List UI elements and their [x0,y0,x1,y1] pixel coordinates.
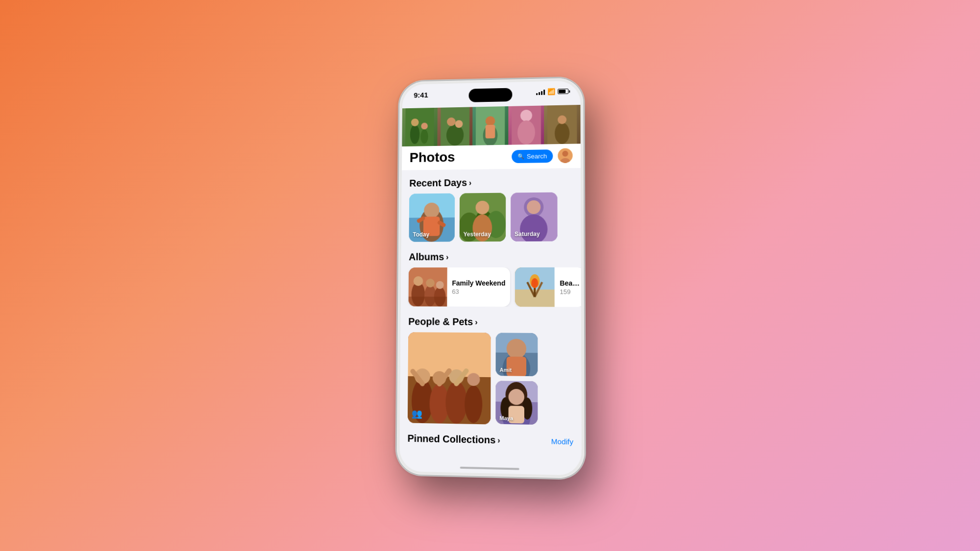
header-title-row: Photos 🔍 Search [402,144,581,170]
photo-strip-item-4[interactable] [508,105,544,144]
recent-days-scroll[interactable]: Today [401,192,581,242]
modify-button[interactable]: Modify [551,437,573,446]
phone-wrapper: 9:41 📶 [396,77,585,479]
people-card-amit[interactable]: Amit [496,333,538,376]
people-header[interactable]: People & Pets › [401,316,581,333]
recent-days-chevron: › [469,178,471,187]
people-title: People & Pets [408,316,473,328]
recent-days-section: Recent Days › [401,168,581,246]
wifi-icon: 📶 [547,88,555,95]
search-icon: 🔍 [517,153,524,159]
pinned-title: Pinned Collections [408,432,496,446]
pinned-chevron: › [497,435,500,444]
album-name-beach: Bea… [560,279,579,287]
photo-strip-item-5[interactable] [544,105,581,144]
header-actions: 🔍 Search [512,148,573,164]
album-count-family: 63 [452,287,505,295]
albums-chevron: › [446,252,448,261]
person-name-maya: Maya [499,415,513,421]
people-section: People & Pets › [400,310,581,430]
phone-screen: 9:41 📶 [399,80,581,475]
day-card-saturday[interactable]: Saturday [511,192,558,241]
day-card-today[interactable]: Today [409,193,455,241]
photo-strip-item-1[interactable] [402,107,437,146]
profile-avatar[interactable] [558,148,572,163]
status-time: 9:41 [414,91,428,99]
people-side-cards: Amit [495,333,538,425]
svg-rect-47 [409,296,447,306]
header-photos: Photos 🔍 Search [402,105,581,170]
pinned-section: Pinned Collections › Modify [400,427,582,450]
search-label: Search [527,152,547,159]
dynamic-island [469,88,513,102]
photo-strip-item-3[interactable] [472,106,508,145]
albums-scroll[interactable]: Family Weekend 63 [401,267,581,307]
people-grid: 👥 [400,332,581,426]
group-icon: 👥 [412,408,422,419]
album-info-family: Family Weekend 63 [447,267,510,306]
album-count-beach: 159 [560,287,579,295]
albums-title: Albums [409,251,444,263]
battery-icon [558,88,568,94]
day-card-yesterday[interactable]: Yesterday [460,192,506,241]
albums-section: Albums › [401,245,581,311]
recent-days-title: Recent Days [409,177,467,189]
pinned-title-row[interactable]: Pinned Collections › [408,432,500,446]
people-card-maya[interactable]: Maya [495,381,538,425]
people-chevron: › [475,317,477,326]
home-indicator [460,466,519,470]
recent-days-header[interactable]: Recent Days › [402,176,581,194]
scroll-content[interactable]: Recent Days › [400,168,582,450]
album-card-beach[interactable]: Bea… 159 [515,267,581,307]
photo-strip-item-2[interactable] [437,107,473,145]
people-main-card[interactable]: 👥 [408,332,491,424]
svg-rect-12 [486,124,495,138]
header-title: Photos [410,149,455,166]
phone-body: 9:41 📶 [396,77,585,479]
signal-bars [536,89,545,95]
photos-grid-strip [402,105,580,146]
svg-rect-74 [507,357,526,376]
album-thumb-family [409,267,447,307]
person-name-amit: Amit [500,367,512,373]
status-icons: 📶 [536,87,568,95]
svg-rect-0 [405,108,434,146]
day-label-yesterday: Yesterday [464,231,491,238]
day-label-saturday: Saturday [514,230,540,237]
album-card-family[interactable]: Family Weekend 63 [409,267,511,306]
albums-header[interactable]: Albums › [401,251,581,267]
search-button[interactable]: 🔍 Search [512,149,553,163]
day-label-today: Today [413,231,429,238]
album-name-family: Family Weekend [452,279,505,287]
